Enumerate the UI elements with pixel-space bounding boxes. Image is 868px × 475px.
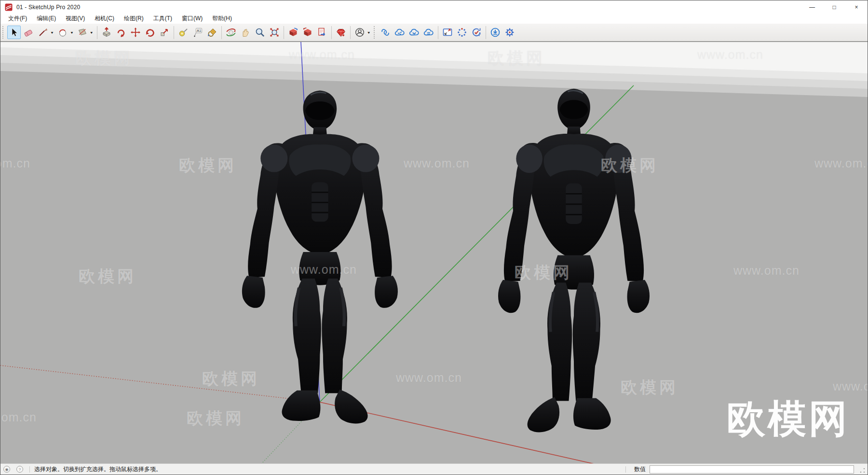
status-separator xyxy=(625,466,626,473)
watermark-text: www.om.cn xyxy=(396,371,462,385)
account-dropdown-arrow[interactable]: ▼ xyxy=(367,30,371,34)
status-bar: ◉? 选择对象。切换到扩充选择。拖动鼠标选择多项。 数值 xyxy=(0,463,868,475)
measurement-box: 数值 xyxy=(625,465,866,474)
maximize-button[interactable]: □ xyxy=(823,0,845,14)
tool-settings[interactable] xyxy=(503,26,516,39)
title-bar: 01 - SketchUp Pro 2020 — □ × xyxy=(0,0,868,14)
tool-fit-screen[interactable] xyxy=(441,26,454,39)
menu-item-camera[interactable]: 相机(C) xyxy=(90,14,119,24)
help-icon[interactable]: ? xyxy=(16,466,23,473)
toolbar-separator xyxy=(97,26,97,39)
sync-check-icon xyxy=(471,27,482,38)
menu-item-tools[interactable]: 工具(T) xyxy=(149,14,177,24)
close-button[interactable]: × xyxy=(845,0,868,14)
tool-arc[interactable] xyxy=(56,26,69,39)
select-icon xyxy=(9,27,19,38)
tool-sync-check[interactable] xyxy=(470,26,483,39)
tool-component-edit[interactable] xyxy=(301,26,314,39)
tool-account[interactable] xyxy=(353,26,366,39)
minimize-button[interactable]: — xyxy=(801,0,823,14)
tape-measure-icon xyxy=(178,27,189,38)
watermark-text: www.om.cn xyxy=(291,263,357,277)
tool-eraser[interactable] xyxy=(22,26,35,39)
tool-select[interactable] xyxy=(7,26,21,39)
toolbar-grip[interactable] xyxy=(2,26,4,39)
sketchup-window: 01 - SketchUp Pro 2020 — □ × 文件(F)编辑(E)视… xyxy=(0,0,868,475)
toolbar-grip[interactable] xyxy=(374,26,376,39)
menu-item-window[interactable]: 窗口(W) xyxy=(177,14,207,24)
geolocation-icon[interactable]: ◉ xyxy=(3,466,10,473)
window-title: 01 - SketchUp Pro 2020 xyxy=(16,4,80,11)
tool-render-options[interactable] xyxy=(455,26,469,39)
resize-grip[interactable] xyxy=(859,467,866,474)
tool-component-exchange[interactable] xyxy=(286,26,300,39)
viewport-3d[interactable]: 欧模网www.om.cn欧模网www.om.cnwww.om.cn欧模网www.… xyxy=(0,42,868,463)
watermark-text: www.om.cn xyxy=(733,264,800,278)
tool-send-to-layout[interactable] xyxy=(315,26,329,39)
menu-item-help[interactable]: 帮助(H) xyxy=(207,14,237,24)
tool-push-pull[interactable] xyxy=(100,26,113,39)
tool-orbit[interactable] xyxy=(224,26,238,39)
toolbar-separator xyxy=(284,26,284,39)
tool-line[interactable] xyxy=(36,26,50,39)
follow-me-icon xyxy=(116,27,126,38)
menu-item-file[interactable]: 文件(F) xyxy=(3,14,32,24)
watermark-text: www.om.cn xyxy=(814,156,868,170)
watermark-text: www.om.cn xyxy=(833,379,868,393)
toolbar-separator xyxy=(331,26,332,39)
tool-cloud-link[interactable] xyxy=(379,26,392,39)
tool-pan[interactable] xyxy=(239,26,252,39)
arc-dropdown-arrow[interactable]: ▼ xyxy=(70,30,74,34)
tool-shape[interactable] xyxy=(76,26,89,39)
watermark-text: www.om.cn xyxy=(404,156,470,170)
orbit-icon xyxy=(226,27,236,38)
sketchup-logo-icon xyxy=(5,3,13,11)
tool-move[interactable] xyxy=(129,26,142,39)
zoom-icon xyxy=(255,27,265,38)
watermark-text: www.om.cn xyxy=(289,48,355,62)
tool-follow-me[interactable] xyxy=(114,26,128,39)
download-icon xyxy=(490,27,501,38)
toolbar-separator xyxy=(174,26,174,39)
menu-item-draw[interactable]: 绘图(R) xyxy=(119,14,149,24)
measurement-input[interactable] xyxy=(650,465,854,474)
tool-cloud-sync[interactable] xyxy=(422,26,435,39)
tool-scale[interactable] xyxy=(158,26,171,39)
toolbar: ▼▼▼A1▼ xyxy=(0,24,868,42)
tool-cloud-share[interactable] xyxy=(393,26,407,39)
menu-bar: 文件(F)编辑(E)视图(V)相机(C)绘图(R)工具(T)窗口(W)帮助(H) xyxy=(0,14,868,24)
tool-paint-bucket[interactable] xyxy=(205,26,219,39)
svg-text:A1: A1 xyxy=(197,28,201,33)
tool-zoom-extents[interactable] xyxy=(268,26,281,39)
tool-tape-measure[interactable] xyxy=(176,26,190,39)
watermark-text: 欧模网 xyxy=(601,154,659,177)
menu-item-edit[interactable]: 编辑(E) xyxy=(32,14,61,24)
watermark-text: 欧模网 xyxy=(488,47,545,70)
toolbar-separator xyxy=(438,26,438,39)
tool-3d-warehouse[interactable] xyxy=(334,26,348,39)
tool-download[interactable] xyxy=(488,26,502,39)
shape-dropdown-arrow[interactable]: ▼ xyxy=(90,30,94,34)
send-to-layout-icon xyxy=(317,27,327,38)
menu-item-view[interactable]: 视图(V) xyxy=(61,14,90,24)
tool-cloud-download[interactable] xyxy=(407,26,421,39)
component-edit-icon xyxy=(302,27,313,38)
tool-zoom[interactable] xyxy=(253,26,267,39)
tool-rotate[interactable] xyxy=(143,26,157,39)
text-icon: A1 xyxy=(192,27,203,38)
watermark-text: www.om.cn xyxy=(0,410,37,424)
push-pull-icon xyxy=(101,27,112,38)
watermark-text: 欧模网 xyxy=(179,154,237,177)
cloud-share-icon xyxy=(394,27,405,38)
line-dropdown-arrow[interactable]: ▼ xyxy=(50,30,54,34)
tool-text[interactable]: A1 xyxy=(191,26,204,39)
render-options-icon xyxy=(457,27,467,38)
status-hint: 选择对象。切换到扩充选择。拖动鼠标选择多项。 xyxy=(34,465,162,474)
watermark-text: 欧模网 xyxy=(515,262,572,284)
toolbar-separator xyxy=(350,26,351,39)
fit-screen-icon xyxy=(442,27,453,38)
watermark-text: 欧模网 xyxy=(621,377,678,399)
watermark-text: 欧模网 xyxy=(202,368,260,390)
line-icon xyxy=(38,27,48,38)
3d-warehouse-icon xyxy=(336,27,346,38)
